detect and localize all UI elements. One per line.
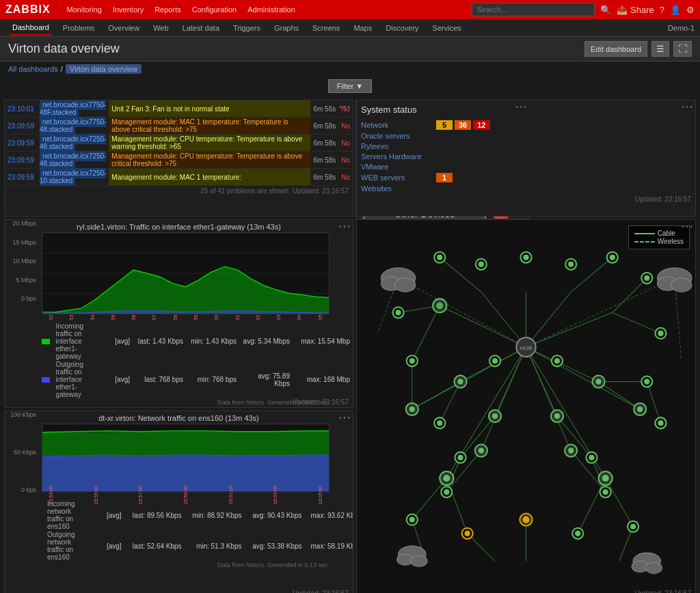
breadcrumb-all-dashboards[interactable]: All dashboards (8, 65, 58, 73)
second-navigation: Dashboard Problems Overview Web Latest d… (0, 19, 700, 37)
host-cell[interactable]: net.brocade.icx7250-10.stacked (40, 168, 106, 186)
svg-point-69 (479, 262, 484, 267)
host-cell[interactable]: net.brocade.icx7750-48F.stacked (40, 100, 106, 118)
svg-point-119 (443, 475, 450, 482)
search-input[interactable] (472, 3, 595, 16)
chart2-y-labels: 100 Kbps 50 Kbps 0 bps (5, 411, 39, 493)
svg-point-71 (523, 255, 528, 260)
chart1-outgoing-label: Outgoing traffic on interface ether1-gat… (55, 361, 83, 398)
svg-point-59 (671, 278, 692, 292)
chart2-incoming-min: min: 88.92 Kbps (187, 512, 242, 519)
chart2-incoming-avg: avg: 90.43 Kbps (247, 512, 302, 519)
chart2-area (42, 424, 329, 492)
chart2-legend: Incoming network traffic on ens160 [avg]… (42, 500, 350, 561)
ack-cell: No (338, 169, 353, 186)
filter-button[interactable]: Filter ▼ (328, 79, 372, 93)
map-updated: Updated: 23:16:57 (635, 590, 691, 593)
svg-point-115 (457, 455, 463, 460)
problems-table: 23:10:01 net.brocade.icx7750-48F.stacked… (5, 100, 353, 186)
network-badge-2[interactable]: 36 (455, 120, 471, 130)
nav-reports[interactable]: Reports (154, 5, 181, 14)
chart1-incoming-min: min: 1.43 Kbps (189, 337, 237, 345)
network-badge-3[interactable]: 12 (473, 120, 489, 130)
chart2-incoming-label: Incoming network traffic on ens160 (47, 500, 75, 530)
host-cell[interactable]: net.brocade.icx7250-48.stacked (40, 134, 106, 152)
nav-inventory[interactable]: Inventory (113, 5, 144, 14)
chart2-data-note: Data from history. Generated in 0.13 sec… (8, 562, 350, 568)
network-badge-1[interactable]: 5 (436, 120, 453, 130)
chart2-outgoing-label: Outgoing network traffic on ens160 (47, 531, 75, 561)
svg-point-83 (658, 331, 663, 336)
status-oracle-link[interactable]: Oracle servers (361, 132, 436, 140)
svg-point-65 (645, 562, 662, 573)
time-cell: 23:09:59 (5, 135, 37, 152)
user-icon[interactable]: 👤 (670, 5, 681, 15)
wireless-line-icon (634, 241, 655, 243)
nav-administration[interactable]: Administration (247, 5, 295, 14)
svg-point-131 (409, 517, 415, 523)
chart2-x-labels: 15:53:00 15:55:00 15:57:00 15:59:00 16:0… (42, 493, 329, 497)
age-cell: 6m 58s (310, 169, 338, 186)
status-vmware-link[interactable]: VMware (361, 163, 436, 171)
map-legend-wireless: Wireless (634, 238, 684, 245)
desc-cell: Management module: MAC 1 temperature: (109, 169, 310, 186)
host-cell[interactable]: net.brocade.icx7250-48.stacked (40, 151, 106, 169)
map-panel-menu[interactable]: • • • (682, 223, 692, 230)
web-badge-1[interactable]: 1 (436, 173, 453, 182)
tab-overview[interactable]: Overview (105, 21, 142, 35)
status-web-link[interactable]: WEB servers (361, 174, 436, 182)
svg-point-111 (479, 448, 484, 454)
status-ryteevo-link[interactable]: Ryteevo (361, 142, 436, 150)
chart1-y-labels: 20 Mbps 15 Mbps 10 Mbps 5 Mbps 0 bps (5, 220, 39, 302)
time-cell: 23:09:59 (5, 118, 37, 135)
chart1-panel: • • • ryl.side1.virton: Traffic on inter… (4, 219, 353, 408)
status-servers-link[interactable]: Servers Hardware (361, 152, 436, 161)
tab-screens[interactable]: Screens (310, 21, 342, 35)
status-panel-menu[interactable]: • • • (682, 103, 692, 111)
cable-line-icon (634, 233, 655, 234)
chart1-menu[interactable]: • • • (339, 223, 350, 230)
status-websites-link[interactable]: Websites (361, 184, 436, 193)
status-row-ryteevo: Ryteevo (361, 142, 691, 150)
tab-discovery[interactable]: Discovery (383, 21, 421, 35)
table-row: 23:09:59 net.brocade.icx7250-10.stacked … (5, 169, 353, 186)
edit-dashboard-button[interactable]: Edit dashboard (584, 41, 647, 57)
chart1-incoming-last: last: 1.43 Kbps (135, 337, 183, 345)
table-row: 23:09:59 net.brocade.icx7750-48.stacked … (5, 118, 353, 135)
svg-text:HUB: HUB (520, 345, 532, 351)
table-row: 23:09:59 net.brocade.icx7250-48.stacked … (5, 152, 353, 169)
tab-latest-data[interactable]: Latest data (180, 21, 222, 35)
nav-monitoring[interactable]: Monitoring (67, 5, 102, 14)
tab-graphs[interactable]: Graphs (271, 21, 301, 35)
svg-point-95 (596, 379, 602, 385)
tab-services[interactable]: Services (430, 21, 464, 35)
share-icon[interactable]: 📤 Share (617, 5, 654, 15)
svg-point-77 (396, 310, 401, 316)
help-icon[interactable]: ? (660, 5, 664, 15)
svg-point-109 (437, 420, 442, 426)
list-view-button[interactable]: ☰ (651, 41, 669, 57)
problems-panel-menu[interactable]: • • • (339, 103, 350, 111)
chart2-menu[interactable]: • • • (339, 414, 350, 422)
fullscreen-button[interactable]: ⛶ (673, 41, 692, 57)
problems-summary: 25 of 41 problems are shown Updated: 23:… (5, 186, 353, 196)
svg-point-89 (457, 379, 463, 385)
tab-maps[interactable]: Maps (351, 21, 375, 35)
chart1-x-labels: 15:52:20 15:53:00 15:54:00 15:55:00 15:5… (42, 315, 329, 320)
host-cell[interactable]: net.brocade.icx7750-48.stacked (40, 117, 106, 135)
search-icon[interactable]: 🔍 (600, 5, 611, 15)
tab-dashboard[interactable]: Dashboard (10, 20, 52, 36)
tab-problems[interactable]: Problems (60, 21, 97, 35)
groups-panel-menu[interactable]: • • • (515, 103, 526, 111)
chart2-updated: Updated: 23:16:57 (293, 590, 349, 593)
status-row-vmware: VMware (361, 163, 691, 171)
breadcrumb: All dashboards / Virton data overview (0, 61, 700, 77)
tab-web[interactable]: Web (150, 21, 171, 35)
svg-point-101 (492, 413, 498, 419)
tab-triggers[interactable]: Triggers (230, 21, 263, 35)
settings-icon[interactable]: ⚙ (686, 5, 695, 15)
chart2-outgoing-avg: avg: 53.38 Kbps (247, 542, 302, 550)
chart2-incoming-avg-label: [avg] (81, 512, 122, 519)
status-network-link[interactable]: Network (361, 121, 436, 129)
nav-configuration[interactable]: Configuration (192, 5, 237, 14)
